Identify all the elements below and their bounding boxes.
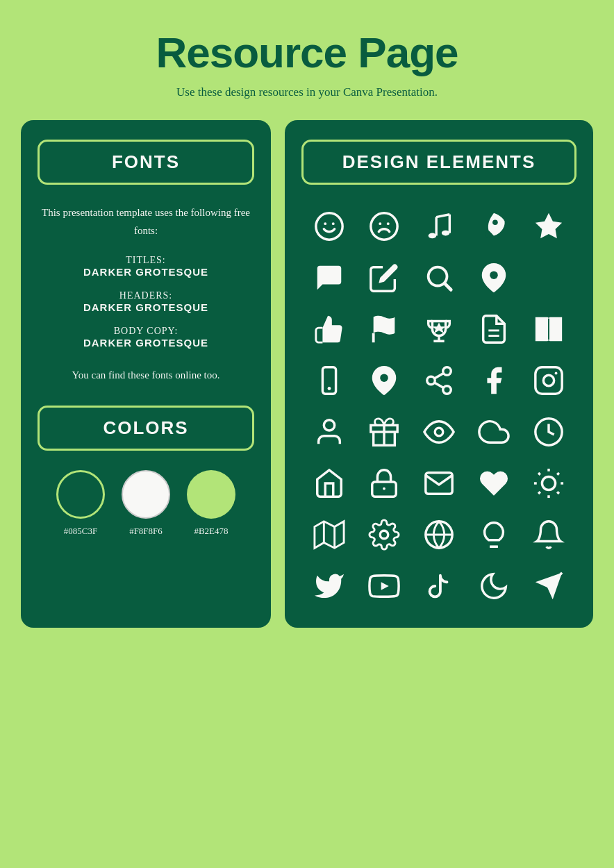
icon-star (524, 204, 572, 249)
svg-point-24 (443, 367, 451, 376)
font-titles-name: DARKER GROTESQUE (83, 266, 208, 278)
swatch-label-green: #B2E478 (194, 526, 228, 537)
swatch-circle-green (187, 470, 235, 519)
icon-eye (415, 410, 463, 454)
design-card-header: DESIGN ELEMENTS (301, 140, 576, 185)
svg-line-47 (557, 473, 559, 475)
icon-youtube (360, 564, 408, 608)
icon-globe (415, 512, 463, 557)
svg-point-2 (332, 222, 335, 225)
svg-point-31 (554, 372, 557, 375)
svg-point-11 (492, 219, 498, 225)
page-subtitle: Use these design resources in your Canva… (176, 85, 438, 99)
icons-grid (301, 204, 576, 608)
svg-point-1 (324, 222, 327, 225)
svg-point-38 (383, 487, 385, 490)
icon-home (306, 461, 354, 506)
svg-line-28 (434, 373, 443, 378)
icon-pin (470, 256, 517, 300)
font-body-label: BODY COPY: (83, 326, 208, 337)
svg-marker-12 (535, 213, 561, 238)
icon-thumbsup (306, 307, 354, 351)
svg-marker-48 (315, 521, 344, 548)
font-headers-label: HEADERS: (83, 290, 208, 301)
svg-marker-55 (381, 582, 389, 590)
font-body: BODY COPY: DARKER GROTESQUE (83, 326, 208, 349)
fonts-card-header: FONTS (38, 140, 254, 185)
svg-point-39 (542, 476, 555, 490)
svg-rect-29 (535, 367, 561, 394)
cards-row: FONTS This presentation template uses th… (21, 120, 593, 628)
svg-line-27 (434, 383, 443, 388)
design-card: DESIGN ELEMENTS (285, 120, 593, 628)
svg-point-4 (379, 222, 382, 225)
icon-bell (524, 512, 572, 557)
svg-point-26 (443, 386, 451, 394)
fonts-card: FONTS This presentation template uses th… (21, 120, 271, 628)
icon-clock (524, 410, 572, 454)
svg-point-25 (427, 376, 435, 385)
icon-document (470, 307, 517, 351)
swatch-circle-white (122, 470, 170, 519)
icon-share (415, 358, 463, 403)
icon-lock (360, 461, 408, 506)
fonts-note: You can find these fonts online too. (72, 367, 219, 385)
icon-pencil (360, 256, 408, 300)
svg-line-46 (538, 492, 540, 494)
design-header-text: DESIGN ELEMENTS (342, 151, 536, 172)
svg-point-15 (490, 271, 498, 279)
icon-map (306, 512, 354, 557)
icon-gift (360, 410, 408, 454)
icon-mail (415, 461, 463, 506)
icon-search (415, 256, 463, 300)
icon-heart (470, 461, 517, 506)
svg-point-23 (380, 374, 388, 382)
svg-point-51 (380, 531, 388, 539)
swatch-green: #B2E478 (187, 470, 235, 537)
icon-chat (306, 256, 354, 300)
font-titles-label: TITLES: (83, 255, 208, 266)
swatch-white: #F8F8F6 (122, 470, 170, 537)
icon-tiktok (415, 564, 463, 608)
icon-empty1 (524, 256, 572, 300)
page-title: Resource Page (156, 28, 458, 77)
icon-instagram (524, 358, 572, 403)
icon-facebook (470, 358, 517, 403)
icon-sad (360, 204, 408, 249)
svg-marker-17 (432, 322, 445, 333)
icon-book (524, 307, 572, 351)
svg-line-10 (436, 215, 449, 217)
icon-music (415, 204, 463, 249)
icon-twitter (306, 564, 354, 608)
icon-megaphone (524, 564, 572, 608)
fonts-description: This presentation template uses the foll… (38, 204, 254, 240)
swatch-label-dark-green: #085C3F (64, 526, 97, 537)
svg-point-32 (324, 420, 335, 431)
icon-moon (470, 564, 517, 608)
icon-smile (306, 204, 354, 249)
icon-bulb (470, 512, 517, 557)
svg-point-0 (316, 213, 342, 240)
font-headers: HEADERS: DARKER GROTESQUE (83, 290, 208, 313)
svg-line-42 (538, 473, 540, 475)
icon-phone (306, 358, 354, 403)
colors-header: COLORS (38, 406, 254, 451)
svg-line-14 (445, 284, 451, 290)
font-body-name: DARKER GROTESQUE (83, 337, 208, 349)
swatch-circle-dark-green (56, 470, 105, 519)
colors-swatches: #085C3F #F8F8F6 #B2E478 (38, 470, 254, 537)
icon-rocket (470, 204, 517, 249)
svg-point-5 (387, 222, 390, 225)
icon-location (360, 358, 408, 403)
svg-point-3 (371, 213, 397, 240)
icon-person (306, 410, 354, 454)
colors-header-text: COLORS (103, 417, 188, 438)
icon-trophy (415, 307, 463, 351)
icon-cloud (470, 410, 517, 454)
svg-point-35 (435, 428, 443, 436)
font-headers-name: DARKER GROTESQUE (83, 301, 208, 313)
icon-gear (360, 512, 408, 557)
swatch-label-white: #F8F8F6 (129, 526, 163, 537)
icon-sun (524, 461, 572, 506)
svg-line-43 (557, 492, 559, 494)
